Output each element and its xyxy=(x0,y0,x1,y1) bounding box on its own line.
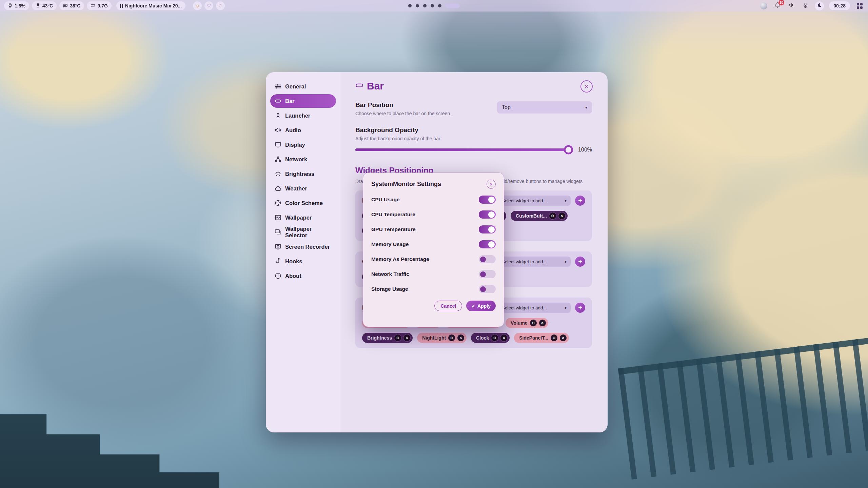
sidebar-item-brightness[interactable]: Brightness xyxy=(270,167,336,181)
toggle-knob xyxy=(488,241,495,248)
toggle-label: Storage Usage xyxy=(371,286,408,292)
cpu-temp-value: 43°C xyxy=(42,3,53,8)
opacity-slider-row: 100% xyxy=(355,147,592,153)
color-picker-button[interactable] xyxy=(759,1,768,10)
workspace-switcher xyxy=(408,0,460,12)
workspace-dot[interactable] xyxy=(423,4,427,7)
right-add-widget-dropdown[interactable]: Select widget to add... ▾ xyxy=(498,303,571,313)
widget-chip-brightness[interactable]: Brightness ⚙ × xyxy=(362,333,413,343)
cancel-button[interactable]: Cancel xyxy=(434,301,462,311)
cpu-icon xyxy=(8,3,13,9)
opacity-slider[interactable] xyxy=(355,148,572,151)
notifications-button[interactable]: 10 xyxy=(773,1,782,10)
microphone-button[interactable] xyxy=(801,1,810,10)
workspace-dot[interactable] xyxy=(431,4,434,7)
right-add-widget-button[interactable]: + xyxy=(575,303,585,313)
chip-settings-icon[interactable]: ⚙ xyxy=(551,334,557,341)
sidebar-item-screen-recorder[interactable]: Screen Recorder xyxy=(270,240,336,253)
widget-chip-volume[interactable]: Volume ⚙ × xyxy=(506,318,548,328)
chip-label: CustomButt... xyxy=(516,213,547,219)
opacity-value: 100% xyxy=(578,147,592,153)
sidebar-item-weather[interactable]: Weather xyxy=(270,182,336,195)
bar-position-dropdown[interactable]: Top ▾ xyxy=(497,101,592,114)
chip-remove-icon[interactable]: × xyxy=(500,334,507,341)
opacity-slider-knob[interactable] xyxy=(564,145,573,155)
memory-as-percentage-toggle[interactable] xyxy=(479,255,496,263)
chip-remove-icon[interactable]: × xyxy=(539,320,546,326)
bar-pill-icon xyxy=(275,98,281,104)
chip-settings-icon[interactable]: ⚙ xyxy=(394,334,401,341)
memory-value: 9.7G xyxy=(97,3,107,8)
cloud-icon xyxy=(275,185,281,192)
favorites-button[interactable]: ♡ xyxy=(204,1,213,10)
workspace-active-indicator[interactable] xyxy=(446,4,460,8)
toggle-knob xyxy=(480,271,486,277)
gpu-temperature-toggle[interactable] xyxy=(479,225,496,233)
widget-chip-sidepaneltoggle[interactable]: SidePanelT... ⚙ × xyxy=(514,333,569,343)
likes-button[interactable]: ♡ xyxy=(216,1,225,10)
left-add-widget-dropdown[interactable]: Select widget to add... ▾ xyxy=(498,196,571,206)
chip-remove-icon[interactable]: × xyxy=(560,334,567,341)
sidebar-item-label: Launcher xyxy=(285,113,310,119)
media-player-pill[interactable]: Nightcore Music Mix 20... xyxy=(116,1,185,10)
app-launcher-button[interactable] xyxy=(855,1,864,10)
media-title: Nightcore Music Mix 20... xyxy=(125,3,182,8)
volume-button[interactable] xyxy=(787,1,796,10)
sidebar-item-general[interactable]: General xyxy=(270,80,336,93)
gpu-temp-value: 38°C xyxy=(70,3,80,8)
clock-button[interactable]: 00:28 xyxy=(829,1,850,10)
chip-remove-icon[interactable]: × xyxy=(558,212,565,219)
left-add-widget-placeholder: Select widget to add... xyxy=(502,198,547,203)
cpu-temp-indicator: 43°C xyxy=(32,1,57,10)
toggle-row-memory-as-percentage: Memory As Percentage xyxy=(371,252,496,267)
widget-chip-clock[interactable]: Clock ⚙ × xyxy=(471,333,510,343)
workspace-dot[interactable] xyxy=(438,4,441,7)
chip-settings-icon[interactable]: ⚙ xyxy=(491,334,498,341)
center-widgets-controls: Select widget to add... ▾ + xyxy=(498,257,585,267)
left-add-widget-button[interactable]: + xyxy=(575,196,585,206)
toggle-knob xyxy=(480,286,486,292)
chip-remove-icon[interactable]: × xyxy=(403,334,410,341)
network-traffic-toggle[interactable] xyxy=(479,270,496,278)
toggle-knob xyxy=(488,197,495,203)
workspace-dot[interactable] xyxy=(416,4,419,7)
night-light-button[interactable] xyxy=(815,1,824,11)
center-add-widget-button[interactable]: + xyxy=(575,257,585,267)
gpu-icon xyxy=(63,3,68,9)
apply-button[interactable]: ✓Apply xyxy=(466,301,496,311)
emoji-picker-button[interactable]: ☺ xyxy=(193,1,202,10)
chip-settings-icon[interactable]: ⚙ xyxy=(549,212,556,219)
sidebar-item-display[interactable]: Display xyxy=(270,138,336,151)
toggle-label: Memory As Percentage xyxy=(371,256,429,262)
workspace-dot[interactable] xyxy=(408,4,412,7)
cpu-usage-toggle[interactable] xyxy=(479,196,496,204)
widget-chip-custombutton[interactable]: CustomButt... ⚙ × xyxy=(511,211,568,221)
sidebar-item-label: Screen Recorder xyxy=(285,244,330,250)
storage-usage-toggle[interactable] xyxy=(479,285,496,293)
window-close-button[interactable]: × xyxy=(580,80,593,93)
cpu-temperature-toggle[interactable] xyxy=(479,210,496,219)
sidebar-item-network[interactable]: Network xyxy=(270,152,336,166)
sidebar-item-label: Hooks xyxy=(285,258,302,265)
chip-remove-icon[interactable]: × xyxy=(457,334,464,341)
chip-label: NightLight xyxy=(422,335,446,341)
chip-settings-icon[interactable]: ⚙ xyxy=(530,320,537,326)
modal-header: SystemMonitor Settings × xyxy=(371,180,496,189)
chip-label: Volume xyxy=(511,320,528,326)
screen-record-icon xyxy=(275,243,281,250)
chevron-down-icon: ▾ xyxy=(565,198,567,203)
chip-settings-icon[interactable]: ⚙ xyxy=(448,334,455,341)
sidebar-item-wallpaper[interactable]: Wallpaper xyxy=(270,211,336,224)
sidebar-item-about[interactable]: About xyxy=(270,269,336,283)
modal-close-button[interactable]: × xyxy=(487,180,496,189)
memory-usage-toggle[interactable] xyxy=(479,240,496,248)
display-icon xyxy=(275,141,281,148)
sidebar-item-hooks[interactable]: Hooks xyxy=(270,255,336,268)
sidebar-item-color-scheme[interactable]: Color Scheme xyxy=(270,196,336,210)
sidebar-item-audio[interactable]: Audio xyxy=(270,123,336,137)
center-add-widget-dropdown[interactable]: Select widget to add... ▾ xyxy=(498,257,571,267)
sidebar-item-launcher[interactable]: Launcher xyxy=(270,109,336,122)
sidebar-item-bar[interactable]: Bar xyxy=(270,94,336,108)
sidebar-item-wallpaper-selector[interactable]: Wallpaper Selector xyxy=(270,225,336,239)
widget-chip-nightlight[interactable]: NightLight ⚙ × xyxy=(417,333,467,343)
